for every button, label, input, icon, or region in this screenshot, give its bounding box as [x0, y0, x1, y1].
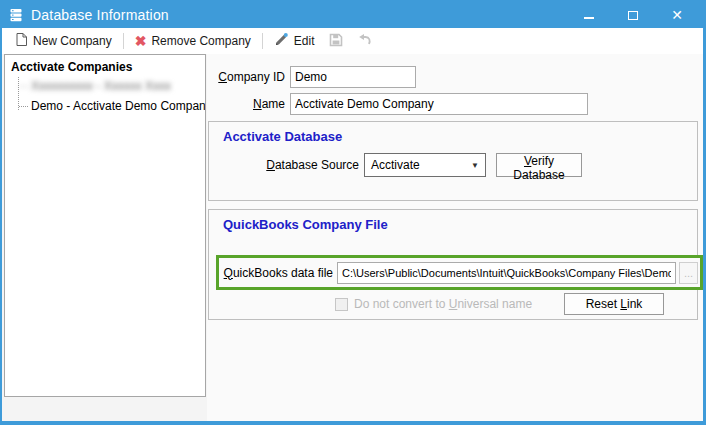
minimize-button[interactable] [571, 3, 607, 27]
maximize-button[interactable] [615, 3, 651, 27]
quickbooks-group: QuickBooks Company File QuickBooks data … [208, 209, 698, 320]
close-button[interactable]: ✕ [659, 3, 695, 27]
quickbooks-data-file-input[interactable] [337, 262, 676, 284]
name-label: Name [209, 97, 285, 111]
floppy-disk-icon [329, 33, 343, 50]
minimize-icon [584, 17, 594, 19]
browse-button[interactable]: ... [679, 262, 698, 284]
tree-item-redacted[interactable]: Xxxxxxxxxx - Xxxxxx Xxxx [5, 76, 205, 96]
database-source-label: Database Source [209, 158, 359, 172]
database-source-row: Database Source Acctivate ▼ Verify Datab… [209, 153, 697, 177]
companies-tree: Acctivate Companies Xxxxxxxxxx - Xxxxxx … [4, 54, 206, 397]
red-x-icon: ✖ [135, 34, 147, 48]
toolbar: New Company ✖ Remove Company Edit [2, 28, 703, 54]
quickbooks-data-file-label: QuickBooks data file [221, 266, 333, 280]
toolbar-separator [123, 33, 124, 49]
universal-name-checkbox[interactable] [335, 298, 348, 311]
toolbar-separator [262, 33, 263, 49]
window-controls: ✕ [563, 3, 695, 27]
company-form: Company ID Name Acctivate Database Datab… [207, 54, 703, 421]
quickbooks-data-file-row-highlighted: QuickBooks data file ... [216, 255, 703, 290]
remove-company-button[interactable]: ✖ Remove Company [128, 32, 258, 50]
tree-item-demo[interactable]: Demo - Acctivate Demo Company [5, 96, 205, 116]
verify-database-button[interactable]: Verify Database [496, 153, 582, 177]
new-company-label: New Company [33, 34, 112, 48]
undo-button[interactable] [350, 31, 379, 51]
company-id-input[interactable] [290, 66, 416, 88]
database-icon [10, 8, 23, 23]
window-title: Database Information [31, 7, 169, 23]
new-document-icon [15, 32, 28, 50]
universal-name-checkbox-label: Do not convert to Universal name [354, 297, 532, 311]
pencil-icon [274, 32, 289, 50]
new-company-button[interactable]: New Company [8, 30, 119, 52]
database-information-window: Database Information ✕ New Company ✖ Rem… [0, 0, 706, 425]
undo-arrow-icon [357, 33, 372, 49]
quickbooks-header: QuickBooks Company File [209, 210, 697, 232]
acctivate-database-group: Acctivate Database Database Source Accti… [208, 121, 698, 201]
content-area: Acctivate Companies Xxxxxxxxxx - Xxxxxx … [2, 54, 703, 421]
company-id-label: Company ID [209, 70, 285, 84]
name-input[interactable] [290, 93, 588, 115]
acctivate-database-header: Acctivate Database [209, 122, 697, 144]
edit-label: Edit [294, 34, 315, 48]
database-source-dropdown[interactable]: Acctivate ▼ [364, 153, 486, 177]
close-icon: ✕ [671, 8, 683, 22]
database-source-value: Acctivate [371, 158, 467, 172]
name-row: Name [209, 93, 703, 115]
tree-header: Acctivate Companies [5, 55, 205, 76]
company-id-row: Company ID [209, 66, 703, 88]
remove-company-label: Remove Company [151, 34, 250, 48]
universal-name-checkbox-row: Do not convert to Universal name [335, 296, 532, 312]
reset-link-button[interactable]: Reset Link [564, 293, 664, 315]
chevron-down-icon: ▼ [471, 161, 479, 170]
save-button[interactable] [322, 31, 350, 52]
edit-button[interactable]: Edit [267, 30, 322, 52]
titlebar: Database Information ✕ [2, 2, 703, 28]
maximize-icon [628, 11, 638, 20]
